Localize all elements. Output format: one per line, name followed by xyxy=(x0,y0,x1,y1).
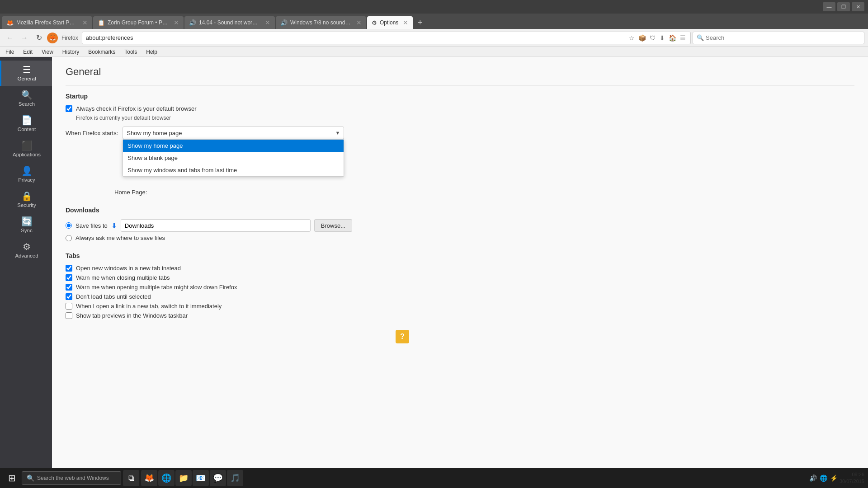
sidebar-item-sync[interactable]: 🔄 Sync xyxy=(0,212,52,238)
dropdown-option-home[interactable]: Show my home page xyxy=(123,140,344,152)
shield-icon[interactable]: 🛡 xyxy=(649,33,657,42)
tabs-section-title: Tabs xyxy=(66,252,854,259)
tab-checkbox-4[interactable] xyxy=(66,303,72,310)
taskbar-app-2[interactable]: 🌐 xyxy=(158,470,175,486)
tab-firefox-close[interactable]: ✕ xyxy=(82,19,88,26)
tab-sound1-label: 14.04 - Sound not working ... xyxy=(199,19,260,26)
default-browser-checkbox-row: Always check if Firefox is your default … xyxy=(66,105,854,112)
tab-checkbox-2[interactable] xyxy=(66,284,72,291)
dropdown-option-last[interactable]: Show my windows and tabs from last time xyxy=(123,164,344,176)
browse-button[interactable]: Browse... xyxy=(314,219,352,232)
startup-select-value: Show my home page xyxy=(127,130,335,136)
tab-zorin-forum[interactable]: 📋 Zorin Group Forum • Post a reply ✕ xyxy=(93,16,184,29)
tab-bar: 🦊 Mozilla Firefox Start Page ✕ 📋 Zorin G… xyxy=(0,14,868,29)
tab-checkbox-5[interactable] xyxy=(66,312,72,319)
tab-firefox-start[interactable]: 🦊 Mozilla Firefox Start Page ✕ xyxy=(2,16,92,29)
tab-sound1-close[interactable]: ✕ xyxy=(265,19,270,26)
tab-label-0: Open new windows in a new tab instead xyxy=(76,265,181,272)
startup-select-display[interactable]: Show my home page ▼ xyxy=(123,127,344,139)
home-icon[interactable]: 🏠 xyxy=(668,33,677,42)
download-nav-icon[interactable]: ⬇ xyxy=(659,33,666,42)
pocketmark-icon[interactable]: 📦 xyxy=(637,33,647,42)
address-bar-input[interactable] xyxy=(86,34,625,41)
sidebar-privacy-label: Privacy xyxy=(18,177,35,183)
save-files-label: Save files to xyxy=(75,222,108,229)
tab-options[interactable]: ⚙ Options ✕ xyxy=(367,16,413,29)
sidebar-item-advanced[interactable]: ⚙ Advanced xyxy=(0,238,52,263)
browser-content: ☰ General 🔍 Search 📄 Content ⬛ Applicati… xyxy=(0,57,868,488)
menu-view[interactable]: View xyxy=(38,48,57,56)
close-button[interactable]: ✕ xyxy=(852,2,864,11)
startup-select-arrow: ▼ xyxy=(335,130,340,136)
advanced-icon: ⚙ xyxy=(23,242,31,251)
menu-help[interactable]: Help xyxy=(142,48,161,56)
tab-label-1: Warn me when closing multiple tabs xyxy=(76,274,170,281)
restore-button[interactable]: ❐ xyxy=(837,2,850,11)
taskbar-apps: 🦊 🌐 📁 📧 💬 🎵 xyxy=(141,470,243,486)
tray-icon-1: 🔊 xyxy=(809,474,817,482)
always-ask-radio[interactable] xyxy=(66,235,72,241)
tab-sound2-close[interactable]: ✕ xyxy=(356,19,362,26)
when-firefox-starts-label: When Firefox starts: xyxy=(66,130,118,136)
start-button[interactable]: ⊞ xyxy=(4,470,20,486)
always-ask-label: Always ask me where to save files xyxy=(75,235,165,241)
tray-icon-3: ⚡ xyxy=(830,474,838,482)
menu-file[interactable]: File xyxy=(2,48,18,56)
downloads-path-input[interactable] xyxy=(121,219,311,232)
sidebar-advanced-label: Advanced xyxy=(15,253,38,258)
sidebar-item-privacy[interactable]: 👤 Privacy xyxy=(0,162,52,187)
search-icon: 🔍 xyxy=(697,34,704,41)
tab-zorin-close[interactable]: ✕ xyxy=(174,19,179,26)
minimize-button[interactable]: — xyxy=(823,2,835,11)
taskbar-firefox[interactable]: 🦊 xyxy=(141,470,157,486)
bookmark-icon[interactable]: ☆ xyxy=(628,33,636,42)
general-icon: ☰ xyxy=(23,65,31,74)
startup-section-title: Startup xyxy=(66,93,854,100)
tab-option-4: When I open a link in a new tab, switch … xyxy=(66,303,854,310)
sidebar-item-applications[interactable]: ⬛ Applications xyxy=(0,136,52,162)
taskbar-search[interactable]: 🔍 Search the web and Windows xyxy=(22,471,121,485)
menu-icon[interactable]: ☰ xyxy=(679,33,687,42)
tab-zorin-icon: 📋 xyxy=(98,19,105,26)
taskbar-task-view[interactable]: ⧉ xyxy=(123,470,139,486)
reload-button[interactable]: ↻ xyxy=(33,32,45,44)
menu-bookmarks[interactable]: Bookmarks xyxy=(85,48,119,56)
tab-options-close[interactable]: ✕ xyxy=(403,19,408,26)
menu-edit[interactable]: Edit xyxy=(19,48,36,56)
tab-checkbox-0[interactable] xyxy=(66,265,72,272)
menu-tools[interactable]: Tools xyxy=(121,48,141,56)
tab-checkbox-1[interactable] xyxy=(66,274,72,281)
forward-button[interactable]: → xyxy=(18,32,31,44)
taskbar: ⊞ 🔍 Search the web and Windows ⧉ 🦊 🌐 📁 📧… xyxy=(0,468,868,488)
sidebar-item-security[interactable]: 🔒 Security xyxy=(0,187,52,212)
taskbar-time[interactable]: 09:26 30/07/2015 xyxy=(840,471,864,485)
help-button[interactable]: ? xyxy=(396,330,409,343)
window-controls: — ❐ ✕ xyxy=(823,2,864,11)
tab-option-5: Show tab previews in the Windows taskbar xyxy=(66,312,854,319)
tab-sound1-icon: 🔊 xyxy=(189,19,196,26)
tab-sound-1[interactable]: 🔊 14.04 - Sound not working ... ✕ xyxy=(184,16,275,29)
taskbar-search-text: Search the web and Windows xyxy=(37,475,109,481)
sidebar-item-search[interactable]: 🔍 Search xyxy=(0,86,52,111)
taskbar-app-5[interactable]: 💬 xyxy=(210,470,226,486)
sidebar-item-content[interactable]: 📄 Content xyxy=(0,111,52,136)
sidebar-item-general[interactable]: ☰ General xyxy=(0,61,52,86)
search-input[interactable] xyxy=(706,34,860,41)
back-button[interactable]: ← xyxy=(4,32,16,44)
taskbar-app-3[interactable]: 📁 xyxy=(175,470,192,486)
menu-history[interactable]: History xyxy=(59,48,83,56)
firefox-logo-text: 🦊 xyxy=(49,35,56,41)
taskbar-app-4[interactable]: 📧 xyxy=(193,470,209,486)
startup-dropdown: Show my home page Show a blank page Show… xyxy=(123,139,344,177)
home-page-label: Home Page: xyxy=(114,189,147,196)
tab-sound-2[interactable]: 🔊 Windows 7/8 no sound (aft... ✕ xyxy=(276,16,366,29)
taskbar-app-6[interactable]: 🎵 xyxy=(227,470,243,486)
search-bar-wrapper[interactable]: 🔍 xyxy=(693,32,864,44)
new-tab-button[interactable]: + xyxy=(414,16,426,29)
tab-checkbox-3[interactable] xyxy=(66,293,72,300)
dropdown-option-blank[interactable]: Show a blank page xyxy=(123,152,344,164)
navigation-bar: ← → ↻ 🦊 Firefox ☆ 📦 🛡 ⬇ 🏠 ☰ 🔍 xyxy=(0,29,868,47)
default-browser-checkbox[interactable] xyxy=(66,105,72,112)
address-bar-wrapper[interactable]: ☆ 📦 🛡 ⬇ 🏠 ☰ xyxy=(82,32,691,44)
save-files-radio[interactable] xyxy=(66,222,72,229)
